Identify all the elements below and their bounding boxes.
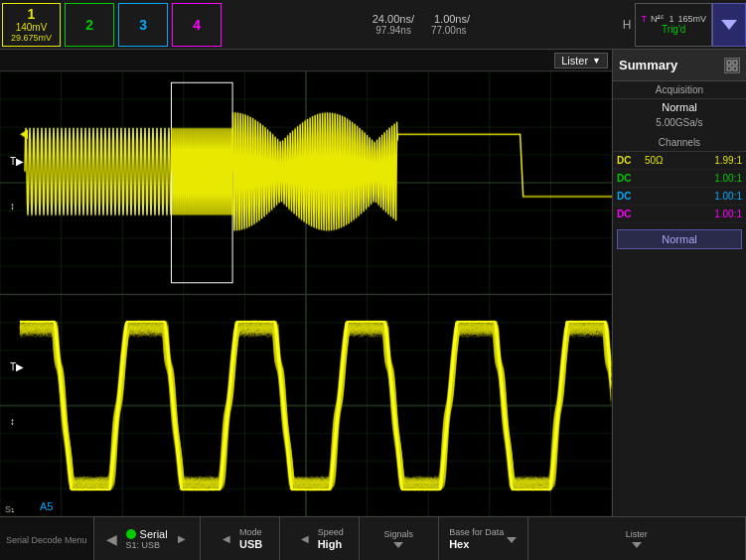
acquisition-section-title: Acquisition <box>613 81 746 99</box>
ch2-probe: 1.00:1 <box>645 173 742 184</box>
mode-section[interactable]: ◀ Mode USB <box>201 517 280 560</box>
channels-section-title: Channels <box>613 134 746 152</box>
mode-label: Mode <box>239 527 262 537</box>
main-area: Lister ▼ T▶ ↕ T▶ ↕ A5 S₁ Summary <box>0 50 746 516</box>
ch1-probe: 1.99:1 <box>668 155 742 166</box>
lister-button[interactable]: Lister ▼ <box>554 53 608 69</box>
summary-header[interactable]: Summary <box>613 50 746 81</box>
t-marker-top: T▶ <box>10 156 24 167</box>
speed-label: Speed <box>318 527 344 537</box>
base-value: Hex <box>449 538 504 550</box>
serial-right-arrow[interactable]: ▶ <box>172 529 192 549</box>
trig-nstar: N⁴ᴱ <box>651 14 666 24</box>
ch4-dc-label: DC <box>617 209 645 219</box>
ch1-value1: 140mV <box>16 22 48 33</box>
waveform-top: T▶ ↕ <box>0 71 612 295</box>
timebase1: 24.00ns/ <box>373 13 414 25</box>
serial-sub: S1: USB <box>126 540 168 550</box>
t-marker-bottom: T▶ <box>10 361 24 372</box>
bottom-waveform-canvas <box>0 295 612 517</box>
serial-left-arrow[interactable]: ◀ <box>102 529 122 549</box>
ch3-number: 3 <box>139 17 147 33</box>
signals-down-arrow <box>393 542 403 548</box>
signals-label: Signals <box>383 529 413 539</box>
svg-rect-1 <box>727 61 731 65</box>
trig-status: Trig'd <box>662 24 685 35</box>
ch4-probe: 1.00:1 <box>645 209 742 219</box>
speed-value: High <box>318 538 344 550</box>
t-marker-top2: ↕ <box>10 201 15 211</box>
serial-indicator: Serial <box>126 528 168 540</box>
ch1-dc-label: DC <box>617 155 645 166</box>
serial-green-dot <box>126 529 136 539</box>
speed-left-arrow[interactable]: ◀ <box>295 529 315 549</box>
ch3-dc-label: DC <box>617 191 645 202</box>
grid-icon <box>726 60 738 71</box>
h-label: H <box>619 18 636 32</box>
a5-label: A5 <box>40 500 53 512</box>
serial-label: Serial <box>140 528 168 540</box>
time3: 97.94ns <box>375 25 411 36</box>
ch3-summary-row: DC 1.00:1 <box>613 188 746 206</box>
lister-chevron-icon: ▼ <box>592 56 601 66</box>
speed-section[interactable]: ◀ Speed High <box>280 517 360 560</box>
time4: 77.00ns <box>431 25 467 36</box>
summary-icon[interactable] <box>724 58 740 73</box>
trig-t-label: T <box>641 14 647 24</box>
waveform-bottom: T▶ ↕ A5 S₁ <box>0 295 612 517</box>
acq-button[interactable] <box>712 3 746 47</box>
serial-section[interactable]: ◀ Serial S1: USB ▶ <box>94 517 201 560</box>
mode-left-arrow[interactable]: ◀ <box>217 529 236 549</box>
base-down-arrow <box>507 537 517 543</box>
header: 1 140mV 29.675mV 2 3 4 24.00ns/ 1.00ns/ … <box>0 0 746 50</box>
ch3-probe: 1.00:1 <box>645 191 742 202</box>
ch3-badge[interactable]: 3 <box>118 3 168 47</box>
trig-num: 1 <box>669 14 673 24</box>
mode-value: USB <box>239 538 262 550</box>
ch1-number: 1 <box>28 6 36 22</box>
s1-label: S₁ <box>5 504 15 514</box>
lister-toolbar-label: Lister <box>626 529 648 539</box>
svg-rect-2 <box>733 61 737 65</box>
sample-rate: 5.00GSa/s <box>613 115 746 130</box>
ch1-summary-row: DC 50Ω 1.99:1 <box>613 152 746 170</box>
ch1-badge[interactable]: 1 140mV 29.675mV <box>2 3 61 47</box>
normal-text: Normal <box>662 233 696 245</box>
trig-mv: 165mV <box>677 14 706 24</box>
base-section[interactable]: Base for Data Hex <box>439 517 528 560</box>
trigger-info: T N⁴ᴱ 1 165mV Trig'd <box>635 3 712 47</box>
svg-rect-4 <box>733 67 737 70</box>
bottom-toolbar: Serial Decode Menu ◀ Serial S1: USB ▶ ◀ … <box>0 516 746 560</box>
acq-icon <box>719 15 739 35</box>
serial-decode-menu-label: Serial Decode Menu <box>0 517 94 560</box>
ch2-badge[interactable]: 2 <box>65 3 114 47</box>
right-panel: Summary Acquisition Normal 5.00GSa/s Cha… <box>612 50 746 516</box>
lister-down-arrow <box>632 542 642 548</box>
scope-display: Lister ▼ T▶ ↕ T▶ ↕ A5 S₁ <box>0 50 612 516</box>
ch2-dc-label: DC <box>617 173 645 184</box>
ch2-summary-row: DC 1.00:1 <box>613 170 746 188</box>
lister-bar: Lister ▼ <box>0 50 612 71</box>
ch4-summary-row: DC 1.00:1 <box>613 206 746 223</box>
ch1-imp: 50Ω <box>645 155 664 166</box>
ch4-number: 4 <box>193 17 201 33</box>
base-label: Base for Data <box>449 527 504 537</box>
signals-section[interactable]: Signals <box>360 517 439 560</box>
timing-info: 24.00ns/ 1.00ns/ 97.94ns 77.00ns <box>224 13 619 36</box>
ch1-value2: 29.675mV <box>11 33 52 43</box>
svg-rect-3 <box>727 67 731 70</box>
svg-marker-0 <box>721 20 737 30</box>
ch2-number: 2 <box>85 17 93 33</box>
summary-title: Summary <box>619 58 677 72</box>
lister-section[interactable]: Lister <box>528 517 746 560</box>
ch4-badge[interactable]: 4 <box>172 3 222 47</box>
timebase2: 1.00ns/ <box>434 13 470 25</box>
acquisition-mode: Normal <box>613 99 746 115</box>
t-marker-bottom2: ↕ <box>10 416 15 427</box>
normal-badge: Normal <box>617 229 742 249</box>
top-waveform-canvas <box>0 71 612 294</box>
lister-label: Lister <box>561 55 588 67</box>
